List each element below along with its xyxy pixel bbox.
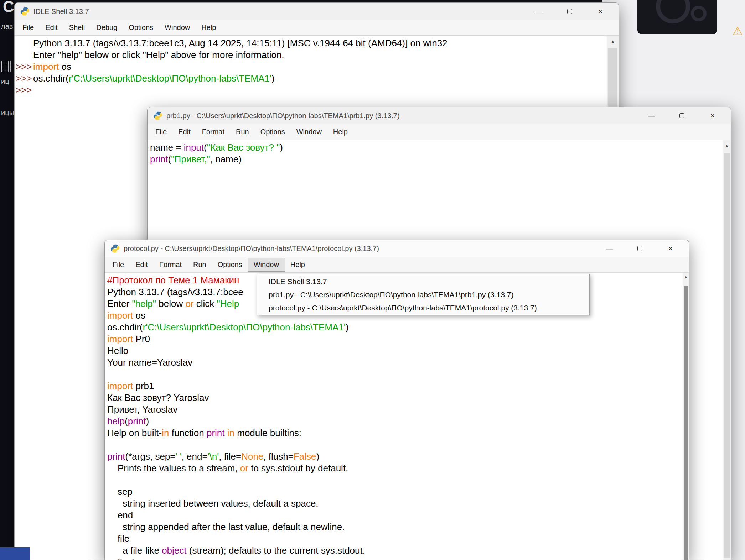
code-text: string appended after the last value, de… [107,521,345,533]
code-line: string inserted between values, default … [105,498,683,509]
code-line: flush [105,556,683,560]
scroll-up-icon[interactable]: ▲ [723,140,731,148]
code-line: sep [105,486,683,498]
close-button[interactable]: × [655,240,686,257]
logo-ring-icon [656,0,690,23]
menu-item-run[interactable]: Run [187,258,212,271]
menu-item-format[interactable]: Format [154,258,187,271]
maximize-button[interactable] [625,240,655,257]
code-text: #Протокол по Теме 1 Мамакин [107,274,239,286]
scroll-up-icon[interactable]: ▲ [607,36,619,44]
warning-icon: ⚠ [733,24,743,38]
shell-prompt [15,49,33,61]
word-left-edge: C лав иц ицы [0,0,14,560]
code-text: Help on built-in function print in modul… [107,427,301,439]
ribbon-tab-fragment: ицы [1,109,14,117]
protocol-titlebar[interactable]: protocol.py - C:\Users\uprkt\Desktop\ПО\… [105,240,689,257]
protocol-text-area[interactable]: #Протокол по Теме 1 МамакинPython 3.13.7… [105,273,683,560]
code-line [105,368,683,380]
menu-item-options[interactable]: Options [255,125,291,138]
code-line: print(*args, sep=' ', end='\n', file=Non… [105,451,683,462]
code-line: Prints the values to a stream, or to sys… [105,462,683,474]
close-button[interactable]: × [585,3,616,20]
code-text: Python 3.13.7 (tags/v3.13.7:bcee [107,286,243,298]
minimize-button[interactable]: — [524,3,554,20]
close-button[interactable]: × [697,107,728,124]
code-text: Как Вас зовут? Yaroslav [107,392,209,404]
menu-item-run[interactable]: Run [230,125,255,138]
code-line: Python 3.13.7 (tags/v3.13.7:bcee1c3, Aug… [15,37,607,49]
menu-item-window[interactable]: Window [291,125,327,138]
minimize-button[interactable]: — [636,107,667,124]
window-controls: — × [594,240,686,257]
menu-item-options[interactable]: Options [212,258,248,271]
shell-menubar: FileEditShellDebugOptionsWindowHelp [15,20,619,36]
shell-titlebar[interactable]: IDLE Shell 3.13.7 — × [15,3,619,20]
code-text: name = input("Как Вас зовут? ") [150,142,283,153]
code-line: name = input("Как Вас зовут? ") [148,142,723,153]
menu-item-format[interactable]: Format [196,125,230,138]
maximize-button[interactable] [554,3,585,20]
code-line: end [105,509,683,521]
menu-item-window[interactable]: Window [159,21,196,34]
scrollbar-thumb[interactable] [684,286,688,560]
window-menu-entry[interactable]: protocol.py - C:\Users\uprkt\Desktop\ПО\… [257,301,589,314]
code-text: import Pr0 [107,333,150,345]
window-menu-dropdown: IDLE Shell 3.13.7prb1.py - C:\Users\uprk… [257,274,590,315]
code-line: Hello [105,345,683,357]
logo-ring-icon [691,6,707,21]
window-menu-entry[interactable]: IDLE Shell 3.13.7 [257,275,589,288]
scroll-up-icon[interactable]: ▲ [683,273,689,279]
menu-item-window[interactable]: Window [248,258,285,271]
maximize-icon [567,9,572,14]
menu-item-shell[interactable]: Shell [63,21,90,34]
menu-item-options[interactable]: Options [123,21,159,34]
code-line: a file-like object (stream); defaults to… [105,545,683,556]
app-logo [637,0,717,34]
code-text: file [107,533,129,545]
window-menu-entry[interactable]: prb1.py - C:\Users\uprkt\Desktop\ПО\pyth… [257,288,589,301]
prb1-scrollbar[interactable]: ▲ [723,140,731,560]
code-text: import os [33,61,71,73]
menu-item-debug[interactable]: Debug [90,21,123,34]
menu-item-edit[interactable]: Edit [172,125,196,138]
protocol-window-title: protocol.py - C:\Users\uprkt\Desktop\ПО\… [124,245,379,253]
code-text: Enter "help" below or click "Help" above… [33,49,284,61]
menu-item-file[interactable]: File [17,21,40,34]
menu-item-edit[interactable]: Edit [40,21,63,34]
code-line: Как Вас зовут? Yaroslav [105,392,683,404]
maximize-button[interactable] [667,107,697,124]
code-line: Help on built-in function print in modul… [105,427,683,439]
python-icon [20,7,30,16]
code-text: Prints the values to a stream, or to sys… [107,462,348,474]
code-text: os.chdir(r'C:\Users\uprkt\Desktop\ПО\pyt… [33,73,274,84]
prb1-menubar: FileEditFormatRunOptionsWindowHelp [148,124,731,140]
protocol-scrollbar[interactable]: ▲ [683,273,689,560]
code-line: >>> [15,84,607,96]
code-text: flush [107,556,137,560]
minimize-button[interactable]: — [594,240,625,257]
code-text: sep [107,486,133,498]
shell-prompt: >>> [15,61,33,73]
code-text: os.chdir(r'C:\Users\uprkt\Desktop\ПО\pyt… [107,321,348,333]
menu-item-edit[interactable]: Edit [130,258,153,271]
menu-item-help[interactable]: Help [196,21,222,34]
code-text: Привет, Yaroslav [107,404,178,415]
background-blue-patch [0,547,30,560]
menu-item-file[interactable]: File [150,125,172,138]
code-line: os.chdir(r'C:\Users\uprkt\Desktop\ПО\pyt… [105,321,683,333]
code-text: print("Привет,", name) [150,153,242,165]
prb1-titlebar[interactable]: prb1.py - C:\Users\uprkt\Desktop\ПО\pyth… [148,107,731,124]
code-text: a file-like object (stream); defaults to… [107,545,365,556]
code-text: Your name=Yaroslav [107,357,192,368]
shell-window-title: IDLE Shell 3.13.7 [33,7,89,16]
code-line: >>>import os [15,61,607,73]
scrollbar-thumb[interactable] [724,153,730,558]
code-text: Python 3.13.7 (tags/v3.13.7:bcee1c3, Aug… [33,37,447,49]
code-text: string inserted between values, default … [107,498,319,509]
python-icon [153,111,162,120]
menu-item-help[interactable]: Help [285,258,311,271]
code-text: help(print) [107,415,149,427]
menu-item-file[interactable]: File [107,258,130,271]
menu-item-help[interactable]: Help [327,125,353,138]
